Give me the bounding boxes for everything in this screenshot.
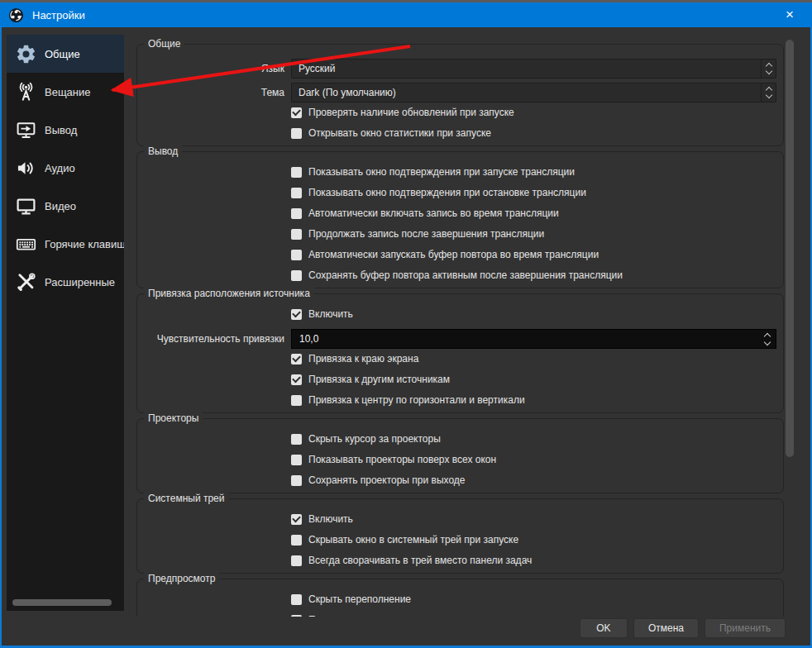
settings-row: Включить	[144, 513, 776, 525]
window-title: Настройки	[32, 9, 85, 21]
checkbox-label: Привязка к центру по горизонтали и верти…	[308, 394, 525, 406]
checkbox-keep_replay[interactable]: Сохранять буфер повтора активным после з…	[291, 269, 623, 281]
checkbox-confirm_stop[interactable]: Показывать окно подтверждения при остано…	[291, 187, 586, 198]
settings-row: Продолжать запись после завершения транс…	[144, 228, 776, 240]
checkbox-box	[291, 309, 302, 320]
settings-row: ТемаDark (По умолчанию)	[144, 83, 776, 102]
broadcast-icon	[14, 80, 37, 103]
checkbox-box	[291, 250, 302, 260]
close-button[interactable]: ×	[776, 2, 804, 27]
settings-row: Чувствительность привязки10,0	[144, 329, 776, 349]
section-output: ВыводПоказывать окно подтверждения при з…	[136, 151, 784, 288]
checkbox-box	[291, 514, 302, 525]
field-label: Тема	[144, 87, 284, 98]
combobox-arrows-icon	[761, 83, 776, 102]
checkbox-tray_enable[interactable]: Включить	[291, 513, 353, 525]
checkbox-label: Показывать окно подтверждения при запуск…	[308, 166, 575, 178]
checkbox-label: Всегда сворачивать в трей вместо панели …	[308, 555, 532, 566]
checkbox-label: Показывать проекторы поверх всех окон	[308, 454, 496, 465]
checkbox-box	[291, 229, 302, 240]
gear-icon	[14, 42, 37, 65]
sidebar-item-audio[interactable]: Аудио	[7, 149, 124, 187]
keyboard-icon	[14, 232, 37, 255]
checkbox-snap_enable[interactable]: Включить	[291, 308, 353, 320]
video-icon	[14, 194, 37, 217]
ok-button[interactable]: OK	[580, 618, 628, 638]
settings-row: Сохранять проекторы при выходе	[144, 474, 776, 486]
settings-row: Автоматически запускать буфер повтора во…	[144, 249, 776, 260]
checkbox-box	[291, 615, 302, 617]
vertical-scrollbar-track[interactable]	[786, 38, 794, 612]
spinbox-value: 10,0	[292, 333, 760, 345]
titlebar[interactable]: Настройки ×	[0, 2, 812, 27]
checkbox-tray_always[interactable]: Всегда сворачивать в трей вместо панели …	[291, 555, 532, 566]
checkbox-box	[291, 555, 302, 566]
sidebar-item-output[interactable]: Вывод	[7, 111, 124, 149]
checkbox-hide_cursor_projectors[interactable]: Скрыть курсор за проекторы	[291, 433, 441, 445]
checkbox-overflow_visible[interactable]: Переполнение всегда видно	[291, 614, 439, 617]
sidebar-item-label: Горячие клавиш	[45, 238, 124, 250]
checkbox-label: Открывать окно статистики при запуске	[308, 127, 491, 139]
checkbox-label: Скрыть курсор за проекторы	[308, 433, 441, 445]
checkbox-box	[291, 374, 302, 385]
settings-row: Привязка к другим источникам	[144, 374, 776, 385]
checkbox-label: Сохранять буфер повтора активным после з…	[308, 269, 623, 281]
snap_sensitivity-spinbox[interactable]: 10,0	[291, 329, 776, 349]
sidebar-horizontal-scrollbar[interactable]	[12, 599, 112, 606]
checkbox-box	[291, 107, 302, 118]
vertical-scrollbar-handle[interactable]	[786, 40, 794, 457]
checkbox-hide_overflow[interactable]: Скрыть переполнение	[291, 593, 411, 605]
settings-row: Проверять наличие обновлений при запуске	[144, 107, 776, 118]
checkbox-confirm_start[interactable]: Показывать окно подтверждения при запуск…	[291, 166, 575, 178]
section-title: Привязка расположения источника	[144, 288, 314, 300]
checkbox-label: Проверять наличие обновлений при запуске	[308, 107, 514, 118]
section-title: Общие	[144, 38, 184, 50]
checkbox-snap_sources[interactable]: Привязка к другим источникам	[291, 374, 450, 385]
sidebar-item-stream[interactable]: Вещание	[7, 73, 124, 111]
combobox-value: Dark (По умолчанию)	[292, 87, 761, 98]
audio-icon	[14, 156, 37, 179]
cancel-button[interactable]: Отмена	[633, 618, 699, 638]
section-title: Системный трей	[144, 493, 229, 505]
sidebar-item-general[interactable]: Общие	[7, 35, 124, 73]
checkbox-box	[291, 354, 302, 364]
checkbox-check_updates[interactable]: Проверять наличие обновлений при запуске	[291, 107, 514, 118]
sidebar-item-video[interactable]: Видео	[7, 187, 124, 225]
section-general: ОбщиеЯзыкРусскийТемаDark (По умолчанию)П…	[136, 44, 784, 146]
settings-row: Всегда сворачивать в трей вместо панели …	[144, 555, 776, 566]
sidebar-item-hotkeys[interactable]: Горячие клавиш	[7, 225, 124, 263]
checkbox-label: Скрывать окно в системный трей при запус…	[308, 534, 518, 546]
checkbox-snap_center[interactable]: Привязка к центру по горизонтали и верти…	[291, 394, 525, 406]
checkbox-box	[291, 594, 302, 605]
checkbox-projectors_on_top[interactable]: Показывать проекторы поверх всех окон	[291, 454, 496, 465]
apply-button[interactable]: Применить	[705, 618, 786, 638]
chevron-down-icon	[765, 92, 771, 98]
settings-content: ОбщиеЯзыкРусскийТемаDark (По умолчанию)П…	[136, 33, 784, 617]
checkbox-label: Продолжать запись после завершения транс…	[308, 228, 544, 240]
spin-down-button[interactable]	[764, 338, 771, 345]
sidebar-item-label: Расширенные	[45, 276, 115, 288]
tools-icon	[14, 270, 37, 293]
checkbox-save_projectors[interactable]: Сохранять проекторы при выходе	[291, 474, 466, 486]
checkbox-keep_recording[interactable]: Продолжать запись после завершения транс…	[291, 228, 544, 240]
section-title: Вывод	[144, 145, 182, 158]
theme-combobox[interactable]: Dark (По умолчанию)	[291, 83, 776, 102]
settings-row: Открывать окно статистики при запуске	[144, 127, 776, 139]
sidebar-item-advanced[interactable]: Расширенные	[7, 263, 124, 301]
obs-logo-icon	[8, 7, 25, 23]
checkbox-box	[291, 270, 302, 281]
checkbox-auto_replay[interactable]: Автоматически запускать буфер повтора во…	[291, 249, 599, 260]
checkbox-label: Переполнение всегда видно	[308, 614, 439, 617]
language-combobox[interactable]: Русский	[291, 59, 776, 79]
checkbox-label: Привязка к краю экрана	[308, 353, 418, 364]
sidebar-item-label: Видео	[45, 200, 76, 212]
section-title: Проекторы	[144, 412, 203, 425]
checkbox-snap_edge[interactable]: Привязка к краю экрана	[291, 353, 418, 364]
checkbox-label: Привязка к другим источникам	[308, 374, 450, 385]
checkbox-tray_minimize_start[interactable]: Скрывать окно в системный трей при запус…	[291, 534, 518, 546]
checkbox-auto_record[interactable]: Автоматически включать запись во время т…	[291, 207, 559, 219]
footer: OK Отмена Применить	[580, 618, 786, 638]
settings-row: Автоматически включать запись во время т…	[144, 207, 776, 219]
sidebar-item-label: Вывод	[45, 124, 77, 136]
checkbox-open_stats[interactable]: Открывать окно статистики при запуске	[291, 127, 491, 139]
